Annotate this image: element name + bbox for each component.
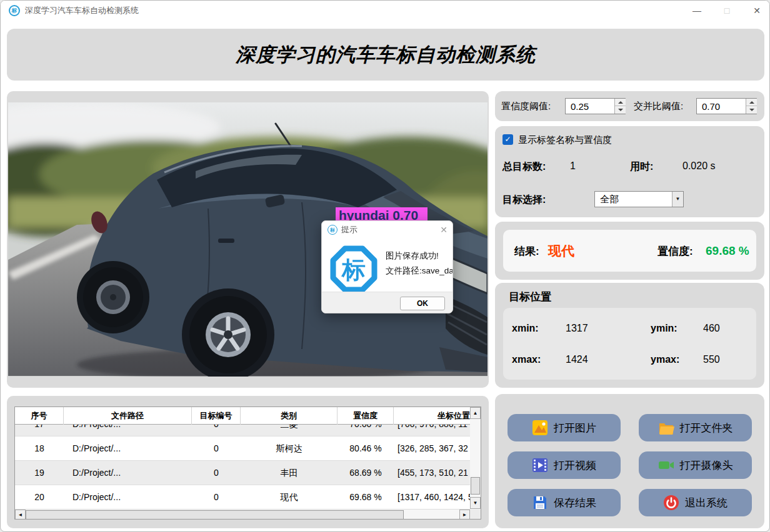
dialog-title: 提示	[341, 221, 358, 239]
cell-class: 三菱	[241, 425, 338, 436]
cell-coords: [766, 976, 886, 11	[394, 425, 471, 436]
open-folder-label: 打开文件夹	[680, 421, 733, 435]
ok-button[interactable]: OK	[400, 297, 445, 310]
close-button[interactable]: ✕	[744, 1, 769, 21]
cell-confidence: 68.69 %	[338, 461, 394, 485]
conf-spin-up-button[interactable]	[615, 99, 626, 106]
target-select-value: 全部	[600, 192, 619, 207]
cell-target-id: 0	[192, 436, 241, 461]
show-labels-checkbox[interactable]: ✓	[502, 134, 513, 145]
table-row[interactable]: 19 D:/Project/... 0 丰田 68.69 % [455, 173…	[15, 461, 471, 485]
cell-confidence: 70.60 %	[338, 425, 394, 436]
total-targets-value: 1	[570, 160, 576, 172]
result-label: 结果:	[514, 244, 539, 258]
svg-text:标: 标	[341, 257, 366, 283]
cell-coords: [1317, 460, 1424, 5	[394, 485, 471, 510]
cell-class: 现代	[241, 485, 338, 510]
table-body: 17 D:/Project/... 0 三菱 70.60 % [766, 976…	[15, 425, 471, 510]
ymin-label: ymin:	[651, 323, 678, 334]
detections-table-panel: 序号 文件路径 目标编号 类别 置信度 坐标位置 17 D:/Project/.…	[7, 396, 489, 528]
scroll-left-icon[interactable]: ◄	[15, 510, 26, 520]
brand-octagon-icon: 标	[329, 245, 378, 296]
save-results-button[interactable]: 保存结果	[508, 489, 621, 516]
dialog-close-icon[interactable]: ✕	[440, 221, 448, 239]
horizontal-scrollbar[interactable]: ◄ ►	[15, 510, 470, 520]
window-title: 深度学习汽车车标自动检测系统	[25, 1, 139, 21]
open-video-button[interactable]: 打开视频	[508, 451, 621, 479]
iou-threshold-input[interactable]	[697, 99, 746, 114]
vertical-scrollbar[interactable]: ▲ ▼	[470, 407, 481, 510]
horizontal-scroll-thumb[interactable]	[26, 510, 404, 520]
target-select-combobox[interactable]: 全部 ▼	[594, 191, 684, 207]
cell-filepath: D:/Project/...	[64, 461, 192, 485]
xmin-value: 1317	[566, 323, 588, 334]
col-header-confidence[interactable]: 置信度	[338, 407, 394, 425]
scroll-down-icon[interactable]: ▼	[470, 497, 481, 509]
cell-filepath: D:/Project/...	[64, 485, 192, 510]
titlebar: 标 深度学习汽车车标自动检测系统 — □ ✕	[1, 1, 769, 21]
cell-index: 20	[15, 485, 64, 510]
dialog-titlebar: 标 提示 ✕	[322, 221, 452, 239]
iou-threshold-label: 交并比阈值:	[634, 101, 683, 112]
col-header-index[interactable]: 序号	[15, 407, 64, 425]
open-folder-button[interactable]: 打开文件夹	[639, 414, 752, 441]
cell-index: 19	[15, 461, 64, 485]
dialog-message-line1: 图片保存成功!	[386, 249, 453, 264]
ymin-value: 460	[703, 323, 720, 334]
xmin-label: xmin:	[512, 323, 539, 334]
col-header-filepath[interactable]: 文件路径	[64, 407, 192, 425]
vertical-scroll-thumb[interactable]	[471, 477, 480, 495]
scroll-right-icon[interactable]: ►	[459, 510, 470, 520]
target-position-title: 目标位置	[509, 290, 551, 304]
thresholds-panel: 置信度阈值: 交并比阈值:	[495, 91, 764, 121]
open-image-label: 打开图片	[554, 421, 596, 435]
exit-system-button[interactable]: 退出系统	[639, 489, 752, 516]
result-box: 结果: 现代 置信度: 69.68 %	[503, 230, 756, 272]
iou-threshold-spinbox[interactable]	[696, 98, 757, 114]
chevron-down-icon[interactable]: ▼	[672, 192, 683, 207]
minimize-button[interactable]: —	[684, 1, 709, 21]
cell-index: 17	[15, 425, 64, 436]
result-panel: 结果: 现代 置信度: 69.68 %	[495, 222, 764, 280]
camera-icon	[658, 457, 674, 473]
iou-spin-up-button[interactable]	[746, 99, 757, 106]
conf-spin-down-button[interactable]	[615, 106, 626, 114]
xmax-value: 1424	[566, 354, 588, 365]
iou-spin-down-button[interactable]	[746, 106, 757, 114]
cell-class: 斯柯达	[241, 436, 338, 461]
detections-table: 序号 文件路径 目标编号 类别 置信度 坐标位置 17 D:/Project/.…	[14, 406, 481, 520]
table-row[interactable]: 17 D:/Project/... 0 三菱 70.60 % [766, 976…	[15, 425, 471, 436]
app-window: 标 深度学习汽车车标自动检测系统 — □ ✕ 深度学习的汽车车标自动检测系统	[0, 0, 770, 532]
cell-filepath: D:/Project/...	[64, 436, 192, 461]
image-icon	[532, 420, 548, 436]
col-header-target-id[interactable]: 目标编号	[192, 407, 241, 425]
ymax-value: 550	[703, 354, 720, 365]
maximize-button[interactable]: □	[714, 1, 739, 21]
conf-threshold-spinbox[interactable]	[565, 98, 626, 114]
col-header-class[interactable]: 类别	[241, 407, 338, 425]
scrollbar-corner	[470, 510, 481, 520]
actions-panel: 打开图片 打开文件夹 打开视频 打开摄像	[495, 394, 764, 528]
time-value: 0.020 s	[682, 160, 715, 172]
dialog-message-line2: 文件路径:save_data	[386, 264, 453, 278]
show-labels-label[interactable]: 显示标签名称与置信度	[518, 134, 612, 146]
conf-threshold-label: 置信度阈值:	[501, 101, 551, 112]
total-targets-label: 总目标数:	[502, 160, 546, 174]
conf-threshold-input[interactable]	[566, 99, 614, 114]
dialog-logo-icon: 标	[328, 225, 338, 235]
result-value: 现代	[548, 242, 574, 260]
open-image-button[interactable]: 打开图片	[508, 414, 621, 441]
save-success-dialog: 标 提示 ✕ 标 图片保存成功! 文件路径:save_data OK	[321, 220, 453, 313]
cell-coords: [326, 285, 367, 32	[394, 436, 471, 461]
scroll-up-icon[interactable]: ▲	[470, 407, 481, 419]
target-position-panel: 目标位置 xmin: 1317 ymin: 460 xmax: 1424 yma…	[495, 283, 764, 388]
open-camera-button[interactable]: 打开摄像头	[639, 451, 752, 479]
table-row[interactable]: 20 D:/Project/... 0 现代 69.68 % [1317, 46…	[15, 485, 471, 510]
save-icon	[532, 495, 548, 511]
xmax-label: xmax:	[512, 354, 541, 365]
dialog-message: 图片保存成功! 文件路径:save_data	[386, 249, 453, 278]
result-conf-value: 69.68 %	[706, 244, 749, 258]
result-conf-label: 置信度:	[658, 244, 693, 258]
col-header-coords[interactable]: 坐标位置	[394, 407, 471, 425]
table-row[interactable]: 18 D:/Project/... 0 斯柯达 80.46 % [326, 28…	[15, 436, 471, 461]
